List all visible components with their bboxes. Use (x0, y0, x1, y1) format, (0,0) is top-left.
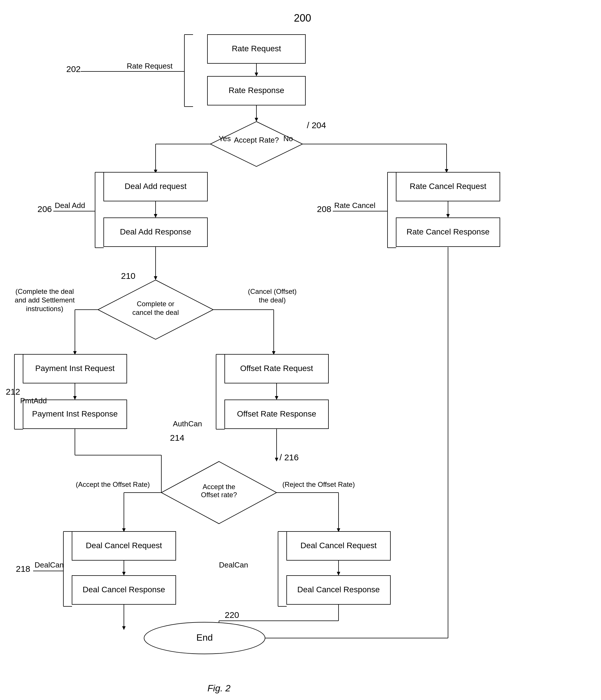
label-208: 208 (317, 204, 331, 214)
svg-marker-44 (275, 396, 278, 400)
svg-marker-18 (154, 214, 157, 218)
complete-cancel-text1: Complete or (137, 300, 175, 308)
reject-offset-label: (Reject the Offset Rate) (282, 480, 355, 488)
payment-inst-response-text: Payment Inst Response (32, 409, 118, 418)
rate-cancel-request-text: Rate Cancel Request (410, 182, 486, 191)
complete-deal-note3: instructions) (26, 305, 63, 312)
accept-rate-text: Accept Rate? (234, 136, 279, 144)
deal-cancel-request-right-text: Deal Cancel Request (301, 541, 377, 550)
label-214: 214 (170, 433, 184, 443)
label-204: / 204 (307, 120, 326, 130)
rate-cancel-label: Rate Cancel (334, 201, 375, 210)
svg-marker-46 (275, 458, 278, 461)
complete-deal-note2: and add Settlement (15, 296, 75, 304)
svg-marker-38 (73, 396, 77, 400)
accept-offset-label: (Accept the Offset Rate) (76, 480, 150, 488)
label-210: 210 (121, 271, 135, 281)
auth-can-label: AuthCan (173, 419, 202, 428)
deal-add-request-text: Deal Add request (125, 182, 187, 191)
rate-request-label: Rate Request (127, 61, 173, 70)
no-label: No (283, 134, 293, 143)
deal-add-response-text: Deal Add Response (120, 227, 191, 236)
offset-rate-response-text: Offset Rate Response (237, 409, 316, 418)
yes-label: Yes (219, 134, 231, 143)
rate-cancel-response-text: Rate Cancel Response (406, 227, 490, 236)
svg-marker-63 (337, 572, 340, 576)
cancel-offset-note2: the deal) (259, 296, 285, 304)
label-220: 220 (225, 610, 239, 620)
diagram-title: 200 (294, 12, 311, 24)
svg-marker-57 (122, 572, 126, 576)
svg-marker-4 (255, 73, 258, 76)
complete-cancel-text2: cancel the deal (132, 308, 179, 316)
rate-request-text: Rate Request (232, 44, 281, 53)
svg-marker-21 (154, 276, 157, 280)
complete-deal-note1: (Complete the deal (16, 288, 74, 295)
svg-marker-7 (255, 118, 258, 122)
label-212: 212 (6, 387, 20, 396)
offset-rate-request-text: Offset Rate Request (240, 364, 313, 373)
svg-marker-65 (122, 626, 126, 630)
deal-cancel-response-left-text: Deal Cancel Response (83, 585, 165, 594)
pmt-add-label: PmtAdd (20, 396, 47, 405)
fig-label: Fig. 2 (207, 683, 230, 693)
deal-add-label: Deal Add (55, 201, 85, 210)
deal-can-right-label: DealCan (219, 560, 248, 569)
deal-cancel-response-right-text: Deal Cancel Response (297, 585, 380, 594)
label-216: / 216 (279, 453, 299, 462)
cancel-offset-note1: (Cancel (Offset) (248, 288, 297, 295)
accept-offset-text2: Offset rate? (201, 491, 237, 499)
label-206: 206 (37, 204, 52, 214)
deal-can-left-label: DealCan (34, 560, 64, 569)
end-text: End (197, 632, 213, 643)
label-218: 218 (16, 564, 30, 574)
accept-offset-text1: Accept the (203, 483, 235, 491)
deal-cancel-request-left-text: Deal Cancel Request (86, 541, 162, 550)
rate-response-text: Rate Response (228, 86, 284, 95)
svg-marker-26 (446, 214, 450, 218)
diagram-container: 200 Rate Request Rate Response 202 Rate … (0, 0, 601, 700)
label-202: 202 (66, 64, 81, 74)
payment-inst-request-text: Payment Inst Request (35, 364, 115, 373)
